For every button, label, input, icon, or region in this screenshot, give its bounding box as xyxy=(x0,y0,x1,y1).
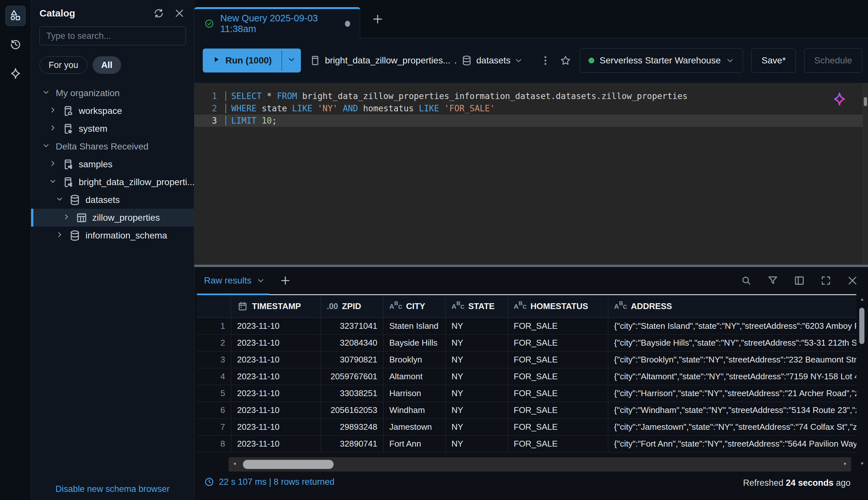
cell-city[interactable]: Windham xyxy=(383,402,446,419)
columns-panel-icon[interactable] xyxy=(793,275,805,286)
cell-city[interactable]: Harrison xyxy=(383,385,446,402)
cell-zpid[interactable]: 2056162053 xyxy=(321,402,383,419)
sidebar-item-zillow-properties[interactable]: zillow_properties xyxy=(31,209,194,227)
editor-scrollbar[interactable] xyxy=(863,83,868,265)
cell-zpid[interactable]: 32084340 xyxy=(321,334,383,351)
cell-city[interactable]: Fort Ann xyxy=(383,435,446,452)
scroll-up-button[interactable] xyxy=(859,297,865,303)
editor-line[interactable]: 2WHERE state LIKE 'NY' AND homestatus LI… xyxy=(194,102,868,115)
add-visualization-button[interactable] xyxy=(280,275,291,286)
cell-timestamp[interactable]: 2023-11-10 xyxy=(231,402,321,419)
column-header-timestamp[interactable]: TIMESTAMP xyxy=(231,295,321,317)
cell-address[interactable]: {"city":"Harrison","state":"NY","streetA… xyxy=(608,385,856,402)
catalog-schema-selector[interactable]: bright_data_zillow_properties... . datas… xyxy=(309,55,523,66)
cell-timestamp[interactable]: 2023-11-10 xyxy=(231,334,321,351)
cell-state[interactable]: NY xyxy=(446,435,508,452)
table-row[interactable]: 22023-11-1032084340Bayside HillsNYFOR_SA… xyxy=(197,334,856,351)
star-icon[interactable] xyxy=(560,55,571,66)
cell-state[interactable]: NY xyxy=(446,368,508,385)
panel-resize-handle[interactable] xyxy=(194,265,868,267)
column-header-homestatus[interactable]: ABCHOMESTATUS xyxy=(508,295,608,317)
rail-assistant-button[interactable] xyxy=(5,64,25,84)
table-row[interactable]: 32023-11-1030790821BrooklynNYFOR_SALE{"c… xyxy=(197,351,856,368)
filter-icon[interactable] xyxy=(767,275,779,286)
raw-results-tab[interactable]: Raw results xyxy=(204,275,265,286)
rail-history-button[interactable] xyxy=(5,35,25,55)
column-header-city[interactable]: ABCCITY xyxy=(383,295,446,317)
rail-catalog-button[interactable] xyxy=(5,6,25,26)
table-row[interactable]: 62023-11-102056162053WindhamNYFOR_SALE{"… xyxy=(197,402,856,419)
chevron-right-icon[interactable] xyxy=(63,213,72,223)
cell-city[interactable]: Altamont xyxy=(383,368,446,385)
cell-city[interactable]: Staten Island xyxy=(383,318,446,334)
chevron-down-icon[interactable] xyxy=(42,142,52,151)
assistant-sparkle-icon[interactable] xyxy=(832,91,847,107)
run-button[interactable]: Run (1000) xyxy=(203,48,281,72)
new-tab-button[interactable] xyxy=(372,13,383,25)
row-number-cell[interactable]: 1 xyxy=(197,318,231,334)
cell-state[interactable]: NY xyxy=(446,334,508,351)
cell-address[interactable]: {"city":"Windham","state":"NY","streetAd… xyxy=(608,402,856,419)
chevron-right-icon[interactable] xyxy=(49,124,59,134)
chevron-down-icon[interactable] xyxy=(49,177,59,187)
table-row[interactable]: 72023-11-1029893248JamestownNYFOR_SALE{"… xyxy=(197,419,856,435)
chevron-right-icon[interactable] xyxy=(56,231,65,240)
chevron-right-icon[interactable] xyxy=(49,106,59,116)
cell-homestatus[interactable]: FOR_SALE xyxy=(508,435,608,452)
disable-schema-browser-link[interactable]: Disable new schema browser xyxy=(31,484,194,494)
cell-timestamp[interactable]: 2023-11-10 xyxy=(231,368,321,385)
fullscreen-icon[interactable] xyxy=(820,275,832,286)
cell-address[interactable]: {"city":"Bayside Hills","state":"NY","st… xyxy=(608,334,856,351)
column-header-address[interactable]: ABCADDRESS xyxy=(608,295,856,317)
cell-timestamp[interactable]: 2023-11-10 xyxy=(231,435,321,452)
scroll-down-button[interactable] xyxy=(859,461,865,468)
cell-zpid[interactable]: 2059767601 xyxy=(321,368,383,385)
cell-city[interactable]: Bayside Hills xyxy=(383,334,446,351)
cell-address[interactable]: {"city":"Altamont","state":"NY","streetA… xyxy=(608,368,856,385)
scroll-right-button[interactable] xyxy=(842,461,848,468)
close-icon[interactable] xyxy=(174,8,185,19)
cell-timestamp[interactable]: 2023-11-10 xyxy=(231,419,321,435)
editor-scrollbar-thumb[interactable] xyxy=(864,97,867,106)
row-number-cell[interactable]: 3 xyxy=(197,351,231,368)
sidebar-item-delta-shares-received[interactable]: Delta Shares Received xyxy=(31,138,194,155)
row-number-cell[interactable]: 5 xyxy=(197,385,231,402)
cell-state[interactable]: NY xyxy=(446,385,508,402)
kebab-menu-icon[interactable] xyxy=(539,55,551,66)
cell-homestatus[interactable]: FOR_SALE xyxy=(508,318,608,334)
sidebar-item-datasets[interactable]: datasets xyxy=(31,191,194,209)
scroll-left-button[interactable] xyxy=(231,461,238,468)
sql-editor[interactable]: 1SELECT * FROM bright_data_zillow_proper… xyxy=(194,83,868,265)
cell-state[interactable]: NY xyxy=(446,351,508,368)
cell-homestatus[interactable]: FOR_SALE xyxy=(508,334,608,351)
sidebar-item-workspace[interactable]: workspace xyxy=(31,102,194,120)
row-number-cell[interactable]: 4 xyxy=(197,368,231,385)
refresh-icon[interactable] xyxy=(153,8,164,19)
chip-for-you[interactable]: For you xyxy=(40,56,87,74)
cell-timestamp[interactable]: 2023-11-10 xyxy=(231,318,321,334)
chip-all[interactable]: All xyxy=(93,56,121,74)
cell-homestatus[interactable]: FOR_SALE xyxy=(508,385,608,402)
row-number-cell[interactable]: 6 xyxy=(197,402,231,419)
cell-state[interactable]: NY xyxy=(446,402,508,419)
tab-new-query[interactable]: New Query 2025-09-03 11:38am xyxy=(194,7,360,38)
cell-address[interactable]: {"city":"Staten Island","state":"NY","st… xyxy=(608,318,856,334)
row-number-cell[interactable]: 8 xyxy=(197,435,231,452)
sidebar-item-bright-data-zillow-properti-[interactable]: bright_data_zillow_properti... xyxy=(31,173,194,191)
horizontal-scrollbar[interactable] xyxy=(229,457,851,471)
save-button[interactable]: Save* xyxy=(752,48,796,73)
cell-zpid[interactable]: 33038251 xyxy=(321,385,383,402)
column-header-state[interactable]: ABCSTATE xyxy=(446,295,508,317)
cell-zpid[interactable]: 32371041 xyxy=(321,318,383,334)
sidebar-item-samples[interactable]: samples xyxy=(31,155,194,173)
sidebar-item-my-organization[interactable]: My organization xyxy=(31,84,194,102)
cell-homestatus[interactable]: FOR_SALE xyxy=(508,419,608,435)
run-options-button[interactable] xyxy=(282,48,301,72)
cell-address[interactable]: {"city":"Fort Ann","state":"NY","streetA… xyxy=(608,435,856,452)
close-icon[interactable] xyxy=(847,275,858,286)
horizontal-scrollbar-thumb[interactable] xyxy=(243,460,334,469)
table-row[interactable]: 82023-11-1032890741Fort AnnNYFOR_SALE{"c… xyxy=(197,435,856,452)
cell-address[interactable]: {"city":"Brooklyn","state":"NY","streetA… xyxy=(608,351,856,368)
row-number-cell[interactable]: 7 xyxy=(197,419,231,435)
search-icon[interactable] xyxy=(741,275,752,286)
